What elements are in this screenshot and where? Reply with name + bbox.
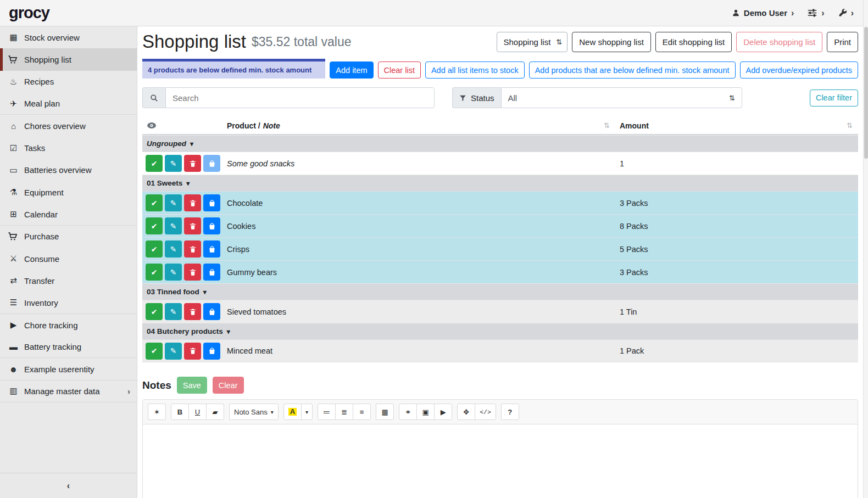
sidebar-item-recipes[interactable]: ♨ Recipes [0, 71, 137, 93]
add-to-stock-button[interactable] [203, 155, 220, 172]
ordered-list-button[interactable]: ≣ [335, 404, 353, 420]
chevron-right-icon: › [127, 387, 130, 396]
clear-format-button[interactable]: ▰ [206, 404, 224, 420]
delete-shopping-list-button[interactable]: Delete shopping list [736, 32, 822, 52]
font-color-button[interactable]: A [283, 404, 302, 420]
mark-done-button[interactable]: ✔ [146, 343, 163, 360]
add-to-stock-button[interactable] [203, 240, 220, 258]
clear-list-button[interactable]: Clear list [378, 61, 421, 79]
notes-editor[interactable] [143, 424, 858, 498]
group-header-butchery-products[interactable]: 04 Butchery products ▾ [142, 323, 858, 339]
delete-item-button[interactable] [184, 217, 201, 234]
sort-icon[interactable]: ⇅ [604, 121, 610, 130]
sidebar-item-chores-overview[interactable]: ⌂ Chores overview [0, 115, 137, 137]
group-header-sweets[interactable]: 01 Sweets ▾ [142, 175, 858, 191]
sidebar-item-chore-tracking[interactable]: ▶ Chore tracking [0, 314, 137, 336]
grocy-logo[interactable]: grocy [9, 4, 49, 22]
clear-filter-button[interactable]: Clear filter [810, 89, 858, 107]
edit-item-button[interactable]: ✎ [165, 240, 182, 258]
add-to-stock-button[interactable] [203, 194, 220, 211]
edit-item-button[interactable]: ✎ [165, 217, 182, 234]
sidebar-item-shopping-list[interactable]: Shopping list [0, 48, 137, 70]
underline-button[interactable]: U [188, 404, 207, 420]
unordered-list-button[interactable]: ≔ [318, 404, 336, 420]
add-to-stock-button[interactable] [203, 217, 220, 234]
amount-column-header[interactable]: Amount ⇅ [620, 121, 858, 130]
bold-button[interactable]: B [171, 404, 189, 420]
settings-menu[interactable]: › [807, 8, 824, 18]
mark-done-button[interactable]: ✔ [146, 303, 163, 320]
mark-done-button[interactable]: ✔ [146, 264, 163, 281]
pencil-icon: ✎ [170, 346, 177, 355]
delete-item-button[interactable] [184, 343, 201, 360]
sidebar-item-consume[interactable]: ⚔ Consume [0, 248, 137, 270]
shopping-bag-icon [208, 160, 216, 167]
sidebar-collapse-button[interactable]: ‹ [0, 473, 137, 498]
mark-done-button[interactable]: ✔ [146, 240, 163, 258]
sidebar-item-calendar[interactable]: ⊞ Calendar [0, 203, 137, 225]
sidebar-item-stock-overview[interactable]: ▦ Stock overview [0, 26, 137, 48]
sort-icon[interactable]: ⇅ [847, 121, 853, 130]
add-overdue-button[interactable]: Add overdue/expired products [740, 61, 858, 79]
edit-item-button[interactable]: ✎ [165, 264, 182, 281]
sidebar-item-transfer[interactable]: ⇄ Transfer [0, 270, 137, 292]
delete-item-button[interactable] [184, 240, 201, 258]
amount-value: 3 Packs [620, 199, 858, 208]
mark-done-button[interactable]: ✔ [146, 155, 163, 172]
add-to-stock-button[interactable] [203, 343, 220, 360]
page-scrollbar[interactable] [863, 0, 868, 498]
shopping-list-select[interactable]: Shopping list ⇅ [497, 32, 567, 52]
sidebar-item-battery-tracking[interactable]: ▬ Battery tracking [0, 336, 137, 358]
insert-table-button[interactable]: ▦ [376, 404, 394, 420]
delete-item-button[interactable] [184, 303, 201, 320]
sidebar-item-tasks[interactable]: ☑ Tasks [0, 137, 137, 159]
mark-done-button[interactable]: ✔ [146, 217, 163, 234]
below-min-stock-alert[interactable]: 4 products are below defined min. stock … [142, 59, 325, 79]
paragraph-group: ≔ ≣ ≡ [318, 404, 371, 420]
edit-item-button[interactable]: ✎ [165, 194, 182, 211]
sidebar-item-batteries-overview[interactable]: ▭ Batteries overview [0, 159, 137, 181]
product-column-header[interactable]: Product / Note ⇅ [227, 121, 620, 130]
sidebar-item-purchase[interactable]: Purchase [0, 226, 137, 248]
edit-shopping-list-button[interactable]: Edit shopping list [655, 32, 732, 52]
scrollbar-thumb[interactable] [864, 27, 868, 159]
edit-item-button[interactable]: ✎ [165, 155, 182, 172]
magic-style-button[interactable]: ✶ [148, 404, 166, 420]
sidebar-item-inventory[interactable]: ☰ Inventory [0, 292, 137, 314]
add-item-button[interactable]: Add item [330, 61, 373, 79]
font-name-button[interactable]: Noto Sans ▾ [229, 404, 279, 420]
delete-item-button[interactable] [184, 194, 201, 211]
status-select[interactable]: All ⇅ [501, 87, 742, 108]
user-menu[interactable]: Demo User › [732, 8, 794, 18]
notes-save-button[interactable]: Save [177, 377, 207, 394]
insert-link-button[interactable]: ⚭ [399, 404, 417, 420]
pencil-icon: ✎ [170, 245, 177, 254]
group-header-tinned-food[interactable]: 03 Tinned food ▾ [142, 283, 858, 300]
sidebar-item-meal-plan[interactable]: ✈ Meal plan [0, 93, 137, 115]
insert-picture-button[interactable]: ▣ [416, 404, 435, 420]
notes-clear-button[interactable]: Clear [213, 377, 244, 394]
font-color-caret-button[interactable]: ▾ [301, 404, 313, 420]
code-view-button[interactable]: </> [475, 404, 496, 420]
add-all-to-stock-button[interactable]: Add all list items to stock [425, 61, 525, 79]
sidebar-item-manage-master-data[interactable]: ▥ Manage master data › [0, 381, 137, 402]
admin-menu[interactable]: › [838, 8, 854, 18]
insert-video-button[interactable]: ▶ [434, 404, 452, 420]
paragraph-align-button[interactable]: ≡ [353, 404, 371, 420]
sidebar-item-example-userentity[interactable]: ☻ Example userentity [0, 358, 137, 380]
search-input[interactable] [165, 87, 435, 108]
group-header-ungrouped[interactable]: Ungrouped ▾ [142, 135, 858, 152]
fullscreen-button[interactable]: ✥ [457, 404, 475, 420]
add-to-stock-button[interactable] [203, 264, 220, 281]
edit-item-button[interactable]: ✎ [165, 303, 182, 320]
mark-done-button[interactable]: ✔ [146, 194, 163, 211]
delete-item-button[interactable] [184, 155, 201, 172]
sidebar-item-equipment[interactable]: ⚗ Equipment [0, 181, 137, 203]
delete-item-button[interactable] [184, 264, 201, 281]
edit-item-button[interactable]: ✎ [165, 343, 182, 360]
add-to-stock-button[interactable] [203, 303, 220, 320]
new-shopping-list-button[interactable]: New shopping list [572, 32, 651, 52]
add-below-min-stock-button[interactable]: Add products that are below defined min.… [529, 61, 736, 79]
print-button[interactable]: Print [827, 32, 858, 52]
help-button[interactable]: ? [501, 404, 519, 420]
